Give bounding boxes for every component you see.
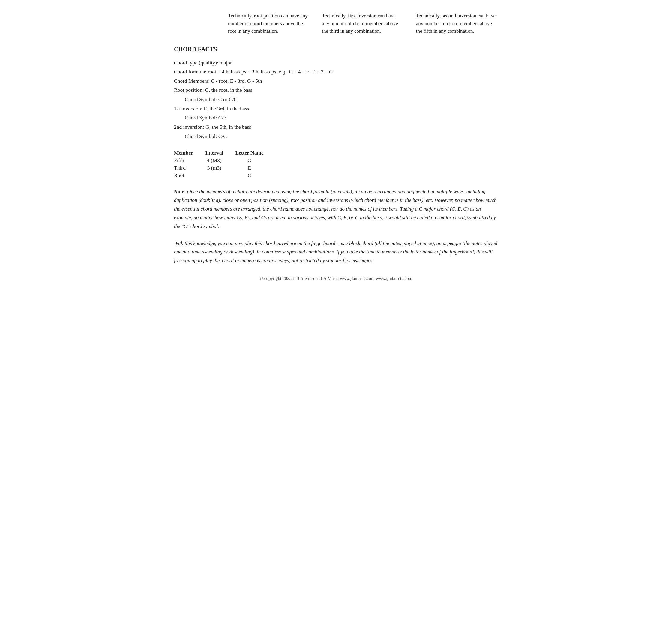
chord-members-table: Member Interval Letter Name Fifth4 (M3)G… bbox=[174, 149, 276, 179]
cell-member: Fifth bbox=[174, 156, 205, 164]
cell-member: Root bbox=[174, 172, 205, 179]
closing-italic-text: With this knowledge, you can now play th… bbox=[174, 239, 498, 266]
cell-interval: 4 (M3) bbox=[205, 156, 235, 164]
first-inversion-text: Technically, first inversion can have an… bbox=[322, 13, 398, 34]
chord-fact-type: Chord type (quality): major bbox=[174, 58, 498, 68]
root-position-text: Technically, root position can have any … bbox=[228, 13, 308, 34]
cell-letter: E bbox=[235, 164, 275, 172]
col-letter: Letter Name bbox=[235, 149, 275, 156]
root-position-col: Technically, root position can have any … bbox=[228, 12, 310, 35]
chord-fact-root_symbol: Chord Symbol: C or C/C bbox=[174, 95, 498, 104]
table-body: Fifth4 (M3)GThird3 (m3)ERootC bbox=[174, 156, 276, 179]
second-inversion-col: Technically, second inversion can have a… bbox=[416, 12, 498, 35]
chord-fact-formula: Chord formula: root + 4 half-steps + 3 h… bbox=[174, 67, 498, 76]
second-inversion-text: Technically, second inversion can have a… bbox=[416, 13, 496, 34]
chord-fact-first_symbol: Chord Symbol: C/E bbox=[174, 113, 498, 122]
cell-letter: G bbox=[235, 156, 275, 164]
cell-letter: C bbox=[235, 172, 275, 179]
table-row: RootC bbox=[174, 172, 276, 179]
note-label: Note bbox=[174, 189, 184, 194]
chord-fact-root_pos: Root position: C, the root, in the bass bbox=[174, 86, 498, 95]
top-columns-section: Technically, root position can have any … bbox=[174, 12, 498, 35]
chord-fact-second_symbol: Chord Symbol: C/G bbox=[174, 132, 498, 141]
chord-fact-first_inv: 1st inversion: E, the 3rd, in the bass bbox=[174, 104, 498, 114]
chord-facts-body: Chord type (quality): majorChord formula… bbox=[174, 58, 498, 141]
col-member: Member bbox=[174, 149, 205, 156]
cell-member: Third bbox=[174, 164, 205, 172]
chord-fact-second_inv: 2nd inversion: G, the 5th, in the bass bbox=[174, 122, 498, 132]
first-inversion-col: Technically, first inversion can have an… bbox=[322, 12, 404, 35]
chord-fact-members: Chord Members: C - root, E - 3rd, G - 5t… bbox=[174, 76, 498, 86]
cell-interval: 3 (m3) bbox=[205, 164, 235, 172]
footer-text: © copyright 2023 Jeff Anvinson JLA Music… bbox=[174, 276, 498, 281]
cell-interval bbox=[205, 172, 235, 179]
table-row: Fifth4 (M3)G bbox=[174, 156, 276, 164]
chord-facts-title: CHORD FACTS bbox=[174, 46, 498, 53]
table-row: Third3 (m3)E bbox=[174, 164, 276, 172]
note-text: : Once the members of a chord are determ… bbox=[174, 189, 497, 229]
col-interval: Interval bbox=[205, 149, 235, 156]
note-section: Note: Once the members of a chord are de… bbox=[174, 188, 498, 231]
chord-members-table-section: Member Interval Letter Name Fifth4 (M3)G… bbox=[174, 149, 498, 179]
